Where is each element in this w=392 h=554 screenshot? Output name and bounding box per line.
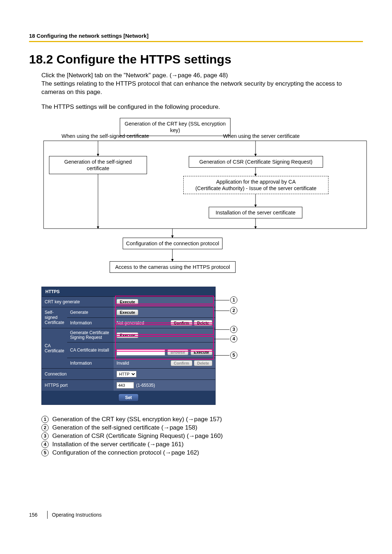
row-ca-label: CA Certificate <box>42 328 67 368</box>
page-number: 156 <box>29 512 47 518</box>
set-button[interactable]: Set <box>118 394 139 402</box>
flow-access: Access to the cameras using the HTTPS pr… <box>110 261 236 273</box>
panel-header: HTTPS <box>42 287 215 296</box>
callout-box-1 <box>115 296 214 304</box>
footer-label: Operating Instructions <box>52 512 102 518</box>
flow-ca-approval: Application for the approval by CA (Cert… <box>183 176 328 194</box>
legend-num-3: 3 <box>41 432 49 440</box>
ca-install-label: CA Certificate install <box>67 342 114 358</box>
ca-delete-button[interactable]: Delete <box>194 360 212 366</box>
legend-text-2: Generation of the self-signed certificat… <box>52 424 197 431</box>
legend-num-4: 4 <box>41 441 49 448</box>
callout-5: 5 <box>230 352 237 359</box>
flow-label-server: When using the server certificate <box>207 133 316 139</box>
leader-4 <box>214 339 229 339</box>
callout-box-5 <box>115 351 214 360</box>
flow-label-self: When using the self-signed certificate <box>53 133 158 139</box>
intro-1: Click the [Network] tab on the "Network"… <box>41 71 363 97</box>
legend-text-5: Configuration of the connection protocol… <box>52 449 199 456</box>
leader-1 <box>214 300 229 300</box>
ca-csr-label: Generate Certificate Signing Request <box>67 328 114 342</box>
flow-csr: Generation of CSR (Certificate Signing R… <box>189 156 323 168</box>
intro-2: The HTTPS settings will be configured in… <box>41 103 363 111</box>
ca-confirm-button[interactable]: Confirm <box>171 360 192 366</box>
leader-2 <box>214 311 229 311</box>
legend-text-1: Generation of the CRT key (SSL encryptio… <box>52 416 222 423</box>
row-ss-label: Self-signed Certificate <box>42 307 67 328</box>
https-port-input[interactable] <box>117 382 134 389</box>
flowchart: Generation of the CRT key (SSL encryptio… <box>29 118 367 272</box>
connection-select[interactable]: HTTP <box>117 371 136 377</box>
flow-self-gen: Generation of the self-signed certificat… <box>49 156 147 174</box>
legend-text-4: Installation of the server certificate (… <box>52 441 184 448</box>
row-crt-label: CRT key generate <box>42 297 114 307</box>
header-rule <box>29 41 363 42</box>
flow-conn-proto: Configuration of the connection protocol <box>123 238 222 249</box>
callout-box-2 <box>115 305 214 323</box>
legend-num-2: 2 <box>41 424 49 431</box>
callout-1: 1 <box>230 296 237 304</box>
legend-num-1: 1 <box>41 416 49 423</box>
page-title: 18.2 Configure the HTTPS settings <box>29 52 363 66</box>
ss-generate-label: Generate <box>67 307 114 317</box>
callout-3: 3 <box>230 326 237 333</box>
callout-2: 2 <box>230 307 237 314</box>
leader-3 <box>214 329 229 330</box>
https-panel-figure: HTTPS CRT key generate Execute Self-sign… <box>41 287 245 405</box>
page-footer: 156 Operating Instructions <box>29 511 363 519</box>
flow-install: Installation of the server certificate <box>209 207 302 218</box>
legend-num-5: 5 <box>41 449 49 456</box>
port-hint: (1-65535) <box>136 383 155 388</box>
legend-list: 1Generation of the CRT key (SSL encrypti… <box>41 416 363 456</box>
ca-info-label: Information <box>67 358 114 368</box>
leader-5 <box>214 355 229 356</box>
callout-box-4 <box>115 336 214 350</box>
ss-info-label: Information <box>67 318 114 328</box>
breadcrumb: 18 Configuring the network settings [Net… <box>29 33 363 41</box>
row-port-label: HTTPS port <box>42 380 114 391</box>
legend-text-3: Generation of CSR (Certificate Signing R… <box>52 432 223 440</box>
row-conn-label: Connection <box>42 369 114 379</box>
callout-4: 4 <box>230 335 237 342</box>
callout-box-3 <box>115 324 214 335</box>
ca-info-value: Invalid <box>117 361 129 366</box>
